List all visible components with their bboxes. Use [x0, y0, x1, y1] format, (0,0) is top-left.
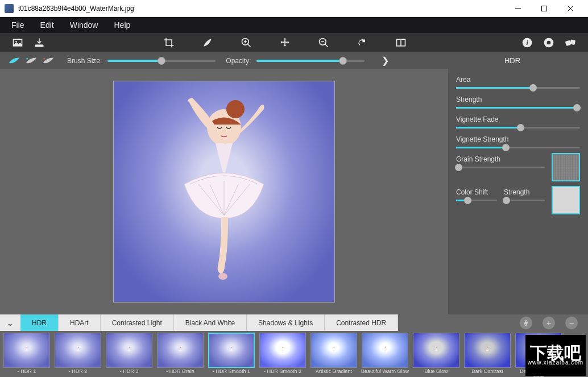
preset-item[interactable]: - HDR Smooth 2 [258, 333, 307, 377]
preset-label: Artistic Gradient [316, 369, 352, 377]
brush-preset-3-icon[interactable] [41, 55, 56, 67]
info-icon[interactable]: i [516, 33, 538, 52]
preset-thumb [464, 333, 511, 368]
preset-label: - HDR Smooth 2 [264, 369, 301, 377]
svg-point-35 [180, 347, 181, 347]
brush-preset-1-icon[interactable] [7, 55, 22, 67]
menu-edit[interactable]: Edit [32, 18, 62, 32]
brush-size-slider[interactable] [107, 60, 216, 62]
move-icon[interactable] [274, 33, 296, 52]
area-label: Area [456, 76, 580, 84]
strength2-slider[interactable] [504, 200, 545, 201]
preset-thumb [3, 333, 50, 368]
slider-strength: Strength [456, 96, 580, 109]
preset-thumb [55, 333, 101, 368]
preset-label: - HDR 2 [69, 369, 88, 377]
chevron-right-icon[interactable]: ❯ [365, 55, 406, 66]
side-panel: Area Strength Vignette Fade Vignette Str… [448, 69, 588, 314]
opacity-slider[interactable] [256, 60, 365, 62]
maximize-button[interactable] [531, 0, 557, 17]
grain-strength-label: Grain Strength [456, 155, 545, 163]
preset-item[interactable]: - HDR Smooth 1 [207, 333, 256, 377]
brush-preset-2-icon[interactable] [24, 55, 39, 67]
preset-item[interactable]: - HDR 2 [53, 333, 102, 377]
color-shift-slider[interactable] [456, 200, 497, 201]
preset-label: - HDR 1 [18, 369, 36, 377]
svg-point-29 [27, 347, 27, 347]
minimize-button[interactable] [505, 0, 531, 17]
preset-item[interactable]: - HDR Grain [156, 333, 205, 377]
preset-item[interactable]: Beautiful Warm Glow [361, 333, 409, 377]
vignette-strength-label: Vignette Strength [456, 135, 580, 143]
preset-label: Dark Contrast [471, 369, 503, 377]
brush-icon[interactable] [197, 33, 218, 52]
brushbar: Brush Size: Opacity: ❯ HDR [0, 52, 588, 69]
preset-item[interactable]: Dark Contrast [463, 333, 512, 377]
category-tab-shadows-lights[interactable]: Shadows & Lights [247, 314, 325, 331]
opacity-label: Opacity: [226, 57, 251, 65]
svg-rect-21 [570, 39, 575, 45]
save-icon[interactable] [28, 33, 50, 52]
slider-area: Area [456, 76, 580, 89]
preset-item[interactable]: - HDR 3 [105, 333, 154, 377]
zoom-in-icon[interactable] [235, 33, 257, 52]
canvas-area[interactable] [0, 69, 448, 314]
texture-swatch[interactable] [552, 186, 580, 214]
svg-line-12 [325, 44, 328, 47]
category-tab-hdart[interactable]: HDArt [59, 314, 101, 331]
redo-icon[interactable] [351, 33, 373, 52]
preset-item[interactable]: Blue Glow [412, 333, 461, 377]
menu-file[interactable]: File [3, 18, 32, 32]
svg-line-8 [248, 44, 251, 47]
area-slider[interactable] [456, 87, 580, 89]
grain-swatch[interactable] [552, 153, 580, 181]
preset-item[interactable]: - HDR 1 [2, 333, 51, 377]
svg-point-39 [283, 347, 283, 347]
side-panel-title: HDR [442, 56, 582, 65]
category-tab-contrasted-hdr[interactable]: Contrasted HDR [325, 314, 398, 331]
menu-window[interactable]: Window [62, 18, 106, 32]
preset-thumb [208, 333, 255, 368]
remove-preset-icon[interactable]: − [565, 317, 578, 329]
crop-icon[interactable] [158, 33, 180, 52]
preset-thumb [157, 333, 204, 368]
svg-rect-6 [35, 44, 43, 46]
svg-rect-1 [542, 6, 547, 11]
svg-point-41 [334, 347, 334, 347]
strength-label: Strength [456, 96, 580, 103]
svg-point-31 [78, 347, 78, 347]
canvas-artwork [150, 93, 298, 281]
preset-label: Blue Glow [424, 369, 448, 377]
preset-thumb [310, 333, 357, 368]
category-tab-contrasted-light[interactable]: Contrasted Light [101, 314, 174, 331]
vignette-strength-slider[interactable] [456, 147, 580, 148]
slider-vignette-fade: Vignette Fade [456, 115, 580, 129]
window-title: t01c88a263b9f4e4b00_WaterMark.jpg [18, 5, 505, 13]
watermark-overlay: 下载吧 www.xiazaiba.com [525, 335, 586, 376]
compare-icon[interactable] [390, 33, 412, 52]
menu-help[interactable]: Help [106, 18, 138, 32]
brush-size-label: Brush Size: [67, 57, 102, 65]
add-preset-icon[interactable]: + [543, 317, 555, 329]
grain-strength-slider[interactable] [456, 167, 545, 168]
strength-slider[interactable] [456, 107, 580, 109]
preset-thumb [106, 333, 152, 368]
svg-point-45 [436, 347, 437, 347]
preset-thumb [259, 333, 306, 368]
preset-manager-icon[interactable] [520, 317, 532, 329]
app-icon [5, 4, 14, 13]
category-tab-black-and-white[interactable]: Black And White [174, 314, 247, 331]
vignette-fade-slider[interactable] [456, 127, 580, 129]
category-tabs: ⌄ HDRHDArtContrasted LightBlack And Whit… [0, 314, 588, 331]
random-icon[interactable] [560, 33, 581, 52]
category-tab-hdr[interactable]: HDR [20, 314, 59, 331]
preset-label: - HDR Grain [166, 369, 194, 377]
svg-point-33 [129, 347, 130, 347]
close-button[interactable] [557, 0, 583, 17]
settings-icon[interactable] [538, 33, 560, 52]
chevron-down-icon[interactable]: ⌄ [0, 314, 20, 331]
open-image-icon[interactable] [7, 33, 28, 52]
zoom-out-icon[interactable] [313, 33, 334, 52]
menubar: File Edit Window Help [0, 17, 588, 33]
preset-item[interactable]: Artistic Gradient [309, 333, 358, 377]
